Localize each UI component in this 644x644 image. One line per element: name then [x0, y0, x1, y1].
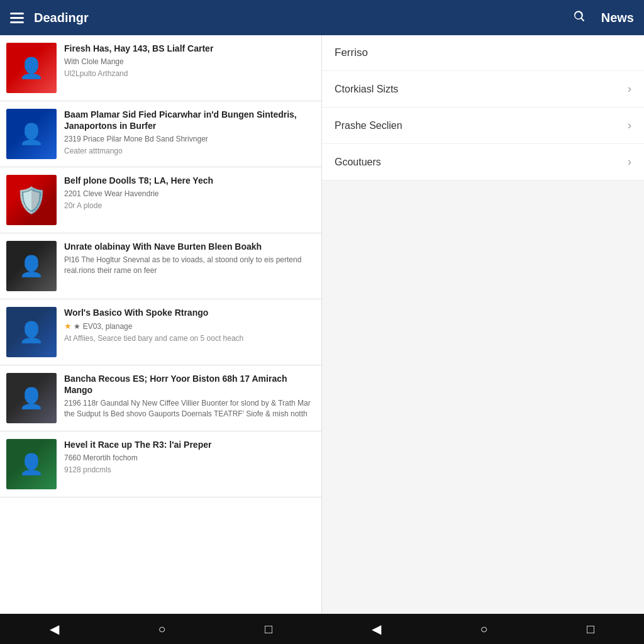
news-meta: 9128 pndcmls: [64, 465, 315, 475]
chevron-right-icon: ›: [628, 119, 631, 132]
news-content: Bancha Recous ES; Horr Yoor Biston 68h 1…: [64, 373, 315, 421]
news-meta: 20r A plode: [64, 201, 315, 211]
recents-button[interactable]: □: [260, 617, 277, 641]
news-subtitle: 2201 Cleve Wear Havendrie: [64, 189, 315, 199]
news-meta: Ceater atttmango: [64, 146, 315, 157]
news-subtitle: 2196 118r Gaundal Ny New Ciffee Villier …: [64, 398, 315, 419]
news-subtitle: 7660 Merortih fochom: [64, 453, 315, 464]
news-meta: At Affiies, Searce tied bary and came on…: [64, 333, 315, 344]
sidebar-header-label: Ferriso: [335, 47, 368, 58]
news-title: Baam Plamar Sid Fied Picarwhar in'd Bung…: [64, 109, 315, 131]
sidebar-item-prashe[interactable]: Prashe Seclien ›: [322, 108, 644, 144]
news-meta: Ul2Lpulto Arthzand: [64, 69, 315, 79]
recents-button-right[interactable]: □: [582, 617, 599, 641]
news-thumbnail: 👤: [6, 109, 57, 159]
news-title: Hevel it Race up The R3: l'ai Preper: [64, 439, 315, 450]
sidebar-item-ctorkiasl[interactable]: Ctorkiasl Sizts ›: [322, 71, 644, 108]
list-item[interactable]: 👤 Firesh Has, Hay 143, BS Lialf Carter W…: [0, 35, 321, 101]
back-button[interactable]: ◀: [45, 616, 64, 641]
news-content: Firesh Has, Hay 143, BS Lialf Carter Wit…: [64, 43, 315, 79]
news-star: ★ ★ EV03, planage: [64, 321, 315, 332]
news-content: Worl's Basico With Spoke Rtrango ★ ★ EV0…: [64, 307, 315, 344]
avatar: 👤: [6, 373, 57, 423]
news-thumbnail: 👤: [6, 439, 57, 489]
news-title: Belf plone Doolls T8; LA, Here Yech: [64, 175, 315, 186]
news-subtitle: Pl16 The Hogltur Snevnal as be to vioads…: [64, 255, 315, 276]
news-content: Unrate olabinay With Nave Burten Bleen B…: [64, 241, 315, 277]
home-button[interactable]: ○: [153, 617, 170, 641]
sidebar-item-gcoutuers[interactable]: Gcoutuers ›: [322, 144, 644, 180]
news-thumbnail: 👤: [6, 241, 57, 291]
star-label: ★ EV03, planage: [74, 322, 132, 331]
avatar: 👤: [6, 307, 57, 357]
app-header: Deadingr News: [0, 0, 644, 35]
chevron-right-icon: ›: [628, 155, 631, 169]
list-item[interactable]: 👤 Bancha Recous ES; Horr Yoor Biston 68h…: [0, 365, 321, 431]
list-item[interactable]: 👤 Baam Plamar Sid Fied Picarwhar in'd Bu…: [0, 101, 321, 167]
main-content: 👤 Firesh Has, Hay 143, BS Lialf Carter W…: [0, 35, 644, 614]
news-title: Firesh Has, Hay 143, BS Lialf Carter: [64, 43, 315, 54]
news-subtitle: With Clole Mange: [64, 57, 315, 67]
avatar: 👤: [6, 109, 57, 159]
home-button-right[interactable]: ○: [475, 617, 492, 641]
list-item[interactable]: 👤 Hevel it Race up The R3: l'ai Preper 7…: [0, 431, 321, 497]
avatar: 👤: [6, 439, 57, 489]
news-content: Baam Plamar Sid Fied Picarwhar in'd Bung…: [64, 109, 315, 157]
news-thumbnail: 👤: [6, 43, 57, 93]
news-thumbnail: 👤: [6, 373, 57, 423]
page-title: News: [601, 11, 634, 25]
sidebar-header: Ferriso: [322, 35, 644, 71]
back-button-right[interactable]: ◀: [367, 616, 386, 641]
list-item[interactable]: 🛡️ Belf plone Doolls T8; LA, Here Yech 2…: [0, 167, 321, 233]
news-content: Belf plone Doolls T8; LA, Here Yech 2201…: [64, 175, 315, 211]
list-item[interactable]: 👤 Worl's Basico With Spoke Rtrango ★ ★ E…: [0, 299, 321, 365]
search-icon[interactable]: [572, 9, 586, 26]
sidebar-item-label: Prashe Seclien: [335, 120, 402, 131]
news-content: Hevel it Race up The R3: l'ai Preper 766…: [64, 439, 315, 475]
list-item[interactable]: 👤 Unrate olabinay With Nave Burten Bleen…: [0, 233, 321, 299]
news-title: Worl's Basico With Spoke Rtrango: [64, 307, 315, 318]
avatar: 🛡️: [6, 175, 57, 225]
news-title: Bancha Recous ES; Horr Yoor Biston 68h 1…: [64, 373, 315, 396]
news-list: 👤 Firesh Has, Hay 143, BS Lialf Carter W…: [0, 35, 322, 614]
news-thumbnail: 🛡️: [6, 175, 57, 225]
news-subtitle: 2319 Priace Pilar Mone Bd Sand Shrivnger: [64, 134, 315, 145]
news-title: Unrate olabinay With Nave Burten Bleen B…: [64, 241, 315, 252]
chevron-right-icon: ›: [628, 82, 631, 96]
star-icon: ★: [64, 321, 72, 331]
avatar: 👤: [6, 43, 57, 93]
sidebar: Ferriso Ctorkiasl Sizts › Prashe Seclien…: [322, 35, 644, 614]
app-title: Deadingr: [34, 11, 572, 25]
avatar: 👤: [6, 241, 57, 291]
bottom-nav-bar: ◀ ○ □ ◀ ○ □: [0, 614, 644, 644]
sidebar-item-label: Ctorkiasl Sizts: [335, 84, 398, 95]
sidebar-item-label: Gcoutuers: [335, 157, 381, 168]
news-thumbnail: 👤: [6, 307, 57, 357]
menu-icon[interactable]: [10, 13, 24, 23]
